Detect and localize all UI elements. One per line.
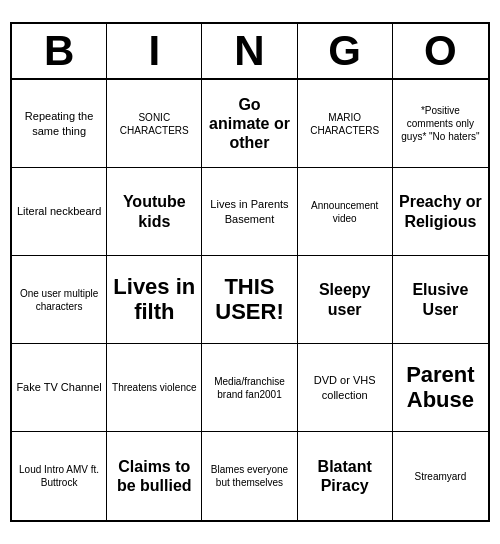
cell-21: Claims to be bullied	[107, 432, 202, 520]
bingo-card: B I N G O Repeating the same thing SONIC…	[10, 22, 490, 522]
cell-18: DVD or VHS collection	[298, 344, 393, 432]
cell-2: Go animate or other	[202, 80, 297, 168]
cell-22: Blames everyone but themselves	[202, 432, 297, 520]
cell-14: Elusive User	[393, 256, 488, 344]
cell-19: Parent Abuse	[393, 344, 488, 432]
header-g: G	[298, 24, 393, 78]
cell-3: MARIO CHARACTERS	[298, 80, 393, 168]
cell-15: Fake TV Channel	[12, 344, 107, 432]
cell-11: Lives in filth	[107, 256, 202, 344]
cell-16: Threatens violence	[107, 344, 202, 432]
cell-10: One user multiple characters	[12, 256, 107, 344]
header-o: O	[393, 24, 488, 78]
cell-12: THIS USER!	[202, 256, 297, 344]
cell-23: Blatant Piracy	[298, 432, 393, 520]
cell-20: Loud Intro AMV ft. Buttrock	[12, 432, 107, 520]
cell-9: Preachy or Religious	[393, 168, 488, 256]
bingo-grid: Repeating the same thing SONIC CHARACTER…	[12, 80, 488, 520]
cell-8: Announcement video	[298, 168, 393, 256]
cell-4: *Positive comments only guys* "No haters…	[393, 80, 488, 168]
cell-7: Lives in Parents Basement	[202, 168, 297, 256]
header-b: B	[12, 24, 107, 78]
bingo-header: B I N G O	[12, 24, 488, 80]
cell-1: SONIC CHARACTERS	[107, 80, 202, 168]
cell-24: Streamyard	[393, 432, 488, 520]
cell-17: Media/franchise brand fan2001	[202, 344, 297, 432]
header-n: N	[202, 24, 297, 78]
cell-5: Literal neckbeard	[12, 168, 107, 256]
cell-6: Youtube kids	[107, 168, 202, 256]
cell-13: Sleepy user	[298, 256, 393, 344]
header-i: I	[107, 24, 202, 78]
cell-0: Repeating the same thing	[12, 80, 107, 168]
